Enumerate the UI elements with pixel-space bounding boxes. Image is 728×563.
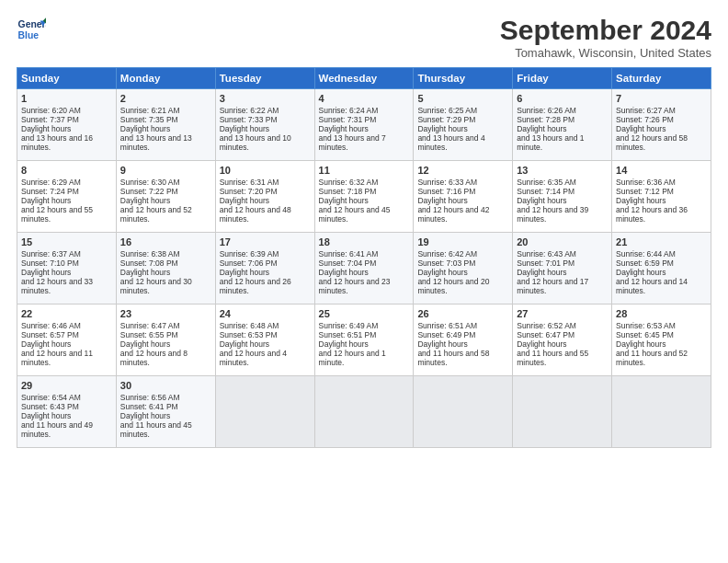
- day-number: 19: [417, 236, 508, 247]
- table-row: 16 Sunrise: 6:38 AM Sunset: 7:08 PM Dayl…: [116, 233, 215, 304]
- sunrise-label: Sunrise: 6:54 AM: [21, 393, 81, 402]
- table-row: 9 Sunrise: 6:30 AM Sunset: 7:22 PM Dayli…: [116, 161, 215, 233]
- sunrise-label: Sunrise: 6:41 AM: [319, 249, 379, 259]
- daylight-label: Daylight hours: [517, 268, 566, 277]
- table-row: 14 Sunrise: 6:36 AM Sunset: 7:12 PM Dayl…: [612, 161, 711, 233]
- daylight-value: and 13 hours and 7 minutes.: [319, 133, 386, 152]
- sunrise-label: Sunrise: 6:25 AM: [417, 106, 477, 115]
- daylight-value: and 12 hours and 58 minutes.: [616, 133, 688, 152]
- sunset-label: Sunset: 7:24 PM: [21, 187, 79, 196]
- day-number: 25: [319, 308, 410, 319]
- table-row: 15 Sunrise: 6:37 AM Sunset: 7:10 PM Dayl…: [17, 233, 117, 304]
- daylight-label: Daylight hours: [616, 196, 665, 205]
- table-row: 8 Sunrise: 6:29 AM Sunset: 7:24 PM Dayli…: [17, 161, 117, 233]
- day-number: 24: [220, 308, 311, 319]
- sunset-label: Sunset: 6:51 PM: [319, 330, 377, 339]
- daylight-label: Daylight hours: [21, 196, 71, 205]
- daylight-label: Daylight hours: [417, 339, 467, 349]
- daylight-label: Daylight hours: [21, 124, 71, 133]
- daylight-label: Daylight hours: [21, 268, 71, 277]
- sunrise-label: Sunrise: 6:39 AM: [220, 249, 279, 259]
- daylight-value: and 11 hours and 58 minutes.: [417, 349, 489, 367]
- location: Tomahawk, Wisconsin, United States: [500, 46, 711, 60]
- sunset-label: Sunset: 6:43 PM: [21, 402, 79, 411]
- table-row: [612, 376, 711, 448]
- col-thursday: Thursday: [414, 68, 513, 89]
- daylight-value: and 11 hours and 55 minutes.: [517, 349, 588, 367]
- table-row: 12 Sunrise: 6:33 AM Sunset: 7:16 PM Dayl…: [414, 161, 513, 233]
- daylight-label: Daylight hours: [120, 411, 170, 420]
- day-number: 10: [220, 165, 311, 176]
- daylight-label: Daylight hours: [21, 411, 71, 420]
- calendar-table: Sunday Monday Tuesday Wednesday Thursday…: [17, 67, 711, 448]
- day-number: 4: [319, 93, 410, 104]
- month-title: September 2024: [500, 15, 711, 46]
- daylight-label: Daylight hours: [616, 268, 665, 277]
- table-row: 6 Sunrise: 6:26 AM Sunset: 7:28 PM Dayli…: [513, 89, 612, 161]
- table-row: 24 Sunrise: 6:48 AM Sunset: 6:53 PM Dayl…: [215, 304, 314, 376]
- day-number: 17: [220, 236, 311, 247]
- daylight-value: and 12 hours and 8 minutes.: [120, 349, 188, 367]
- day-number: 2: [120, 93, 211, 104]
- day-number: 5: [417, 93, 508, 104]
- table-row: 22 Sunrise: 6:46 AM Sunset: 6:57 PM Dayl…: [17, 304, 117, 376]
- day-number: 23: [120, 308, 211, 319]
- day-number: 13: [517, 165, 608, 176]
- sunrise-label: Sunrise: 6:30 AM: [120, 178, 180, 187]
- sunset-label: Sunset: 6:41 PM: [120, 402, 178, 411]
- day-number: 26: [417, 308, 508, 319]
- sunrise-label: Sunrise: 6:20 AM: [21, 106, 81, 115]
- week-row-5: 29 Sunrise: 6:54 AM Sunset: 6:43 PM Dayl…: [17, 376, 711, 448]
- sunrise-label: Sunrise: 6:31 AM: [220, 178, 279, 187]
- table-row: 11 Sunrise: 6:32 AM Sunset: 7:18 PM Dayl…: [314, 161, 414, 233]
- table-row: 3 Sunrise: 6:22 AM Sunset: 7:33 PM Dayli…: [215, 89, 314, 161]
- sunset-label: Sunset: 7:03 PM: [417, 259, 475, 268]
- daylight-value: and 12 hours and 45 minutes.: [319, 205, 391, 224]
- daylight-label: Daylight hours: [319, 339, 369, 349]
- sunrise-label: Sunrise: 6:49 AM: [319, 321, 379, 330]
- logo-icon: General Blue: [17, 15, 46, 44]
- daylight-value: and 12 hours and 26 minutes.: [220, 277, 291, 295]
- daylight-label: Daylight hours: [616, 124, 665, 133]
- header: General Blue September 2024 Tomahawk, Wi…: [17, 15, 711, 60]
- daylight-label: Daylight hours: [220, 196, 269, 205]
- sunset-label: Sunset: 7:01 PM: [517, 259, 574, 268]
- daylight-label: Daylight hours: [417, 196, 467, 205]
- day-number: 29: [21, 380, 112, 391]
- daylight-value: and 13 hours and 10 minutes.: [220, 133, 291, 152]
- week-row-2: 8 Sunrise: 6:29 AM Sunset: 7:24 PM Dayli…: [17, 161, 711, 233]
- sunset-label: Sunset: 7:12 PM: [616, 187, 674, 196]
- sunset-label: Sunset: 7:04 PM: [319, 259, 377, 268]
- sunset-label: Sunset: 6:57 PM: [21, 330, 79, 339]
- table-row: [513, 376, 612, 448]
- day-number: 18: [319, 236, 410, 247]
- col-sunday: Sunday: [17, 68, 117, 89]
- daylight-label: Daylight hours: [120, 196, 170, 205]
- table-row: 10 Sunrise: 6:31 AM Sunset: 7:20 PM Dayl…: [215, 161, 314, 233]
- sunset-label: Sunset: 6:53 PM: [220, 330, 278, 339]
- week-row-3: 15 Sunrise: 6:37 AM Sunset: 7:10 PM Dayl…: [17, 233, 711, 304]
- table-row: 19 Sunrise: 6:42 AM Sunset: 7:03 PM Dayl…: [414, 233, 513, 304]
- daylight-value: and 12 hours and 39 minutes.: [517, 205, 588, 224]
- table-row: 2 Sunrise: 6:21 AM Sunset: 7:35 PM Dayli…: [116, 89, 215, 161]
- table-row: 13 Sunrise: 6:35 AM Sunset: 7:14 PM Dayl…: [513, 161, 612, 233]
- daylight-value: and 12 hours and 33 minutes.: [21, 277, 93, 295]
- day-number: 28: [616, 308, 707, 319]
- sunset-label: Sunset: 7:18 PM: [319, 187, 377, 196]
- sunrise-label: Sunrise: 6:44 AM: [616, 249, 676, 259]
- col-wednesday: Wednesday: [314, 68, 414, 89]
- sunset-label: Sunset: 7:14 PM: [517, 187, 574, 196]
- sunrise-label: Sunrise: 6:35 AM: [517, 178, 576, 187]
- sunset-label: Sunset: 6:49 PM: [417, 330, 475, 339]
- sunset-label: Sunset: 6:47 PM: [517, 330, 574, 339]
- table-row: 23 Sunrise: 6:47 AM Sunset: 6:55 PM Dayl…: [116, 304, 215, 376]
- sunrise-label: Sunrise: 6:38 AM: [120, 249, 180, 259]
- daylight-value: and 12 hours and 1 minute.: [319, 349, 386, 367]
- daylight-label: Daylight hours: [220, 268, 269, 277]
- table-row: [215, 376, 314, 448]
- day-number: 11: [319, 165, 410, 176]
- calendar-page: General Blue September 2024 Tomahawk, Wi…: [0, 0, 728, 563]
- svg-text:Blue: Blue: [18, 30, 40, 40]
- table-row: 25 Sunrise: 6:49 AM Sunset: 6:51 PM Dayl…: [314, 304, 414, 376]
- daylight-value: and 12 hours and 52 minutes.: [120, 205, 192, 224]
